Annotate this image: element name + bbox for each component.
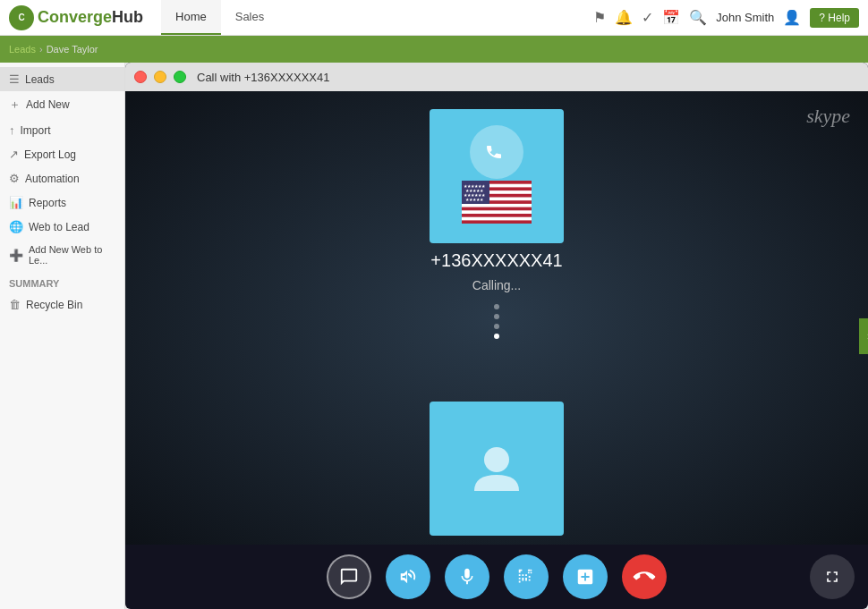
breadcrumb-sep: › [39, 44, 43, 55]
dot-2 [494, 314, 499, 319]
leads-icon: ☰ [9, 72, 20, 86]
nav-right: ⚑ 🔔 ✓ 📅 🔍 John Smith 👤 ? Help [593, 8, 859, 28]
add-web-icon: ➕ [9, 249, 23, 262]
add-new-icon: ＋ [9, 97, 21, 113]
svg-rect-6 [462, 217, 532, 221]
sidebar-toggle-button[interactable]: › [859, 318, 868, 354]
logo-icon: C [9, 5, 34, 30]
mute-button[interactable] [386, 554, 430, 599]
call-controls [125, 545, 868, 609]
dots-container [494, 304, 499, 339]
svg-rect-4 [462, 204, 532, 207]
sidebar-section-summary: Summary [0, 271, 124, 292]
skype-content: skype [125, 91, 868, 545]
check-icon[interactable]: ✓ [642, 9, 653, 26]
remote-video: ★★★★★★ ★★★★★ ★★★★★★ ★★★★★ [430, 109, 564, 243]
tab-sales[interactable]: Sales [221, 0, 279, 35]
us-flag: ★★★★★★ ★★★★★ ★★★★★★ ★★★★★ [462, 181, 532, 227]
dot-1 [494, 304, 499, 309]
tab-home[interactable]: Home [161, 0, 221, 35]
svg-point-12 [484, 447, 509, 472]
local-video [430, 402, 564, 536]
help-button[interactable]: ? Help [810, 8, 859, 28]
sidebar-label-reports: Reports [29, 197, 66, 209]
hangup-button[interactable] [622, 554, 667, 599]
sidebar-item-import[interactable]: ↑ Import [0, 118, 124, 142]
sidebar-item-leads[interactable]: ☰ Leads [0, 67, 124, 91]
sidebar-label-add-web: Add New Web to Le... [29, 244, 115, 266]
add-call-button[interactable] [563, 554, 608, 599]
call-window: Call with +136XXXXXX41 skype [125, 63, 868, 609]
sidebar-label-export: Export Log [24, 148, 76, 161]
window-titlebar: Call with +136XXXXXX41 [125, 63, 868, 91]
sidebar-item-add-new[interactable]: ＋ Add New [0, 91, 124, 118]
user-name[interactable]: John Smith [716, 11, 774, 24]
microphone-button[interactable] [445, 554, 489, 599]
sidebar-label-recycle: Recycle Bin [26, 299, 82, 311]
sidebar-item-automation[interactable]: ⚙ Automation [0, 166, 124, 190]
search-icon[interactable]: 🔍 [689, 9, 707, 26]
dot-3 [494, 324, 499, 329]
svg-point-14 [528, 570, 530, 571]
sidebar-item-recycle-bin[interactable]: 🗑 Recycle Bin [0, 292, 124, 317]
sidebar-item-web-to-lead[interactable]: 🌐 Web to Lead [0, 215, 124, 239]
user-icon[interactable]: 👤 [783, 9, 801, 26]
trash-icon: 🗑 [9, 298, 21, 311]
sidebar-label-automation: Automation [25, 173, 80, 185]
skype-logo: skype [806, 105, 850, 128]
phone-ring-icon [470, 125, 523, 179]
sidebar-label-add-new: Add New [26, 98, 70, 111]
chat-button[interactable] [327, 554, 371, 599]
breadcrumb-current: Dave Taylor [47, 44, 98, 55]
main-layout: ☰ Leads ＋ Add New ↑ Import ↗ Export Log … [0, 63, 868, 609]
automation-icon: ⚙ [9, 172, 20, 185]
caller-number: +136XXXXXX41 [430, 250, 562, 271]
call-title: Call with +136XXXXXX41 [197, 71, 330, 84]
calendar-icon[interactable]: 📅 [662, 9, 680, 26]
secondary-nav: Leads › Dave Taylor [0, 36, 868, 63]
nav-tabs: Home Sales [161, 0, 278, 35]
svg-rect-5 [462, 210, 532, 214]
window-maximize-button[interactable] [174, 71, 186, 83]
svg-text:★★★★★: ★★★★★ [465, 197, 484, 202]
content-area: Call with +136XXXXXX41 skype [125, 63, 868, 609]
app-logo: C ConvergeHub [9, 5, 143, 30]
logo-text: ConvergeHub [38, 8, 143, 27]
flag-icon[interactable]: ⚑ [593, 9, 606, 26]
export-icon: ↗ [9, 148, 19, 161]
breadcrumb-leads[interactable]: Leads [9, 44, 36, 55]
sidebar-item-add-web[interactable]: ➕ Add New Web to Le... [0, 239, 124, 271]
reports-icon: 📊 [9, 196, 23, 209]
calling-status: Calling... [472, 278, 521, 292]
keypad-button[interactable] [504, 554, 549, 599]
sidebar-item-export-log[interactable]: ↗ Export Log [0, 142, 124, 166]
breadcrumb: Leads › Dave Taylor [9, 44, 98, 55]
top-navbar: C ConvergeHub Home Sales ⚑ 🔔 ✓ 📅 🔍 John … [0, 0, 868, 36]
caller-section: ★★★★★★ ★★★★★ ★★★★★★ ★★★★★ +136XXXXXX41 C… [430, 109, 564, 343]
sidebar: ☰ Leads ＋ Add New ↑ Import ↗ Export Log … [0, 63, 125, 609]
sidebar-label-import: Import [21, 124, 51, 137]
sidebar-label-web-lead: Web to Lead [29, 221, 89, 233]
web-lead-icon: 🌐 [9, 220, 23, 233]
sidebar-item-reports[interactable]: 📊 Reports [0, 190, 124, 215]
svg-point-15 [531, 572, 532, 574]
dot-4 [494, 334, 499, 339]
import-icon: ↑ [9, 123, 15, 137]
window-close-button[interactable] [134, 71, 147, 83]
notification-icon[interactable]: 🔔 [615, 9, 633, 26]
fullscreen-button[interactable] [810, 554, 855, 599]
svg-point-13 [531, 570, 532, 571]
sidebar-label-leads: Leads [25, 73, 55, 86]
svg-point-16 [528, 572, 530, 574]
window-minimize-button[interactable] [154, 71, 166, 83]
